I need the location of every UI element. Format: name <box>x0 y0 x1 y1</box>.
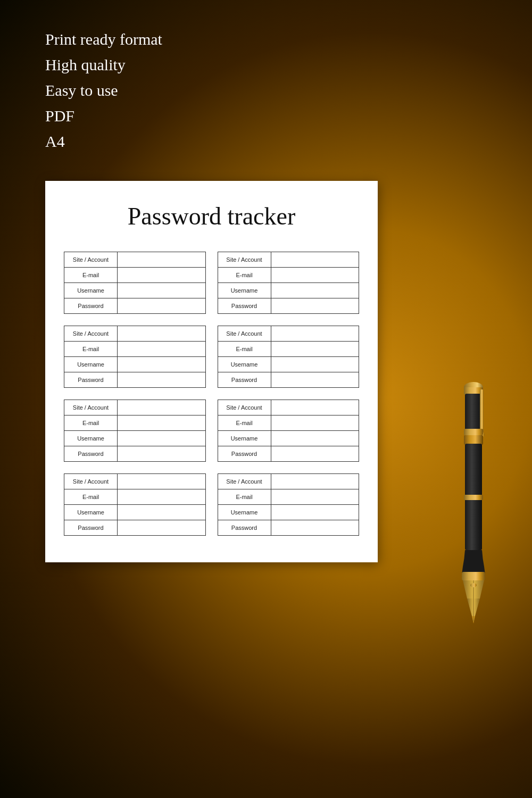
password-card-1: Site / Account E-mail Username Password <box>64 252 206 314</box>
card-row: Username <box>218 505 359 520</box>
card-row: Site / Account <box>218 400 359 415</box>
card-row: Site / Account <box>218 252 359 268</box>
password-card-2: Site / Account E-mail Username Password <box>218 252 360 314</box>
email-label: E-mail <box>64 268 118 282</box>
username-label: Username <box>64 283 118 298</box>
password-label: Password <box>218 298 271 313</box>
card-row: Site / Account <box>64 474 205 489</box>
username-label: Username <box>218 431 271 446</box>
site-account-label: Site / Account <box>64 474 118 489</box>
card-row: Username <box>218 357 359 372</box>
email-label: E-mail <box>218 342 271 356</box>
password-tracker-paper: Password tracker Site / Account E-mail U… <box>45 181 378 562</box>
password-card-6: Site / Account E-mail Username Password <box>218 400 360 462</box>
email-value <box>271 489 359 504</box>
svg-rect-2 <box>465 394 482 431</box>
card-row: Site / Account <box>218 474 359 489</box>
feature-a4: A4 <box>45 129 162 154</box>
email-value <box>271 415 359 430</box>
feature-easy: Easy to use <box>45 78 162 103</box>
card-row: Password <box>218 372 359 387</box>
password-label: Password <box>218 446 271 461</box>
site-account-value <box>118 400 205 415</box>
username-value <box>118 357 205 372</box>
card-row: Password <box>64 372 205 387</box>
email-value <box>271 342 359 356</box>
email-value <box>118 415 205 430</box>
username-value <box>271 357 359 372</box>
password-card-4: Site / Account E-mail Username Password <box>218 326 360 388</box>
password-card-5: Site / Account E-mail Username Password <box>64 400 206 462</box>
feature-quality: High quality <box>45 52 162 78</box>
username-value <box>118 505 205 520</box>
username-value <box>118 283 205 298</box>
password-value <box>118 298 205 313</box>
card-row: E-mail <box>218 489 359 505</box>
card-row: Username <box>64 505 205 520</box>
username-value <box>118 431 205 446</box>
card-row: E-mail <box>64 489 205 505</box>
feature-pdf: PDF <box>45 103 162 129</box>
password-value <box>271 520 359 535</box>
card-row: E-mail <box>64 342 205 357</box>
username-value <box>271 431 359 446</box>
username-value <box>271 283 359 298</box>
email-label: E-mail <box>64 342 118 356</box>
password-label: Password <box>218 372 271 387</box>
site-account-value <box>118 326 205 341</box>
username-label: Username <box>64 357 118 372</box>
email-value <box>271 268 359 282</box>
card-row: E-mail <box>64 415 205 431</box>
password-value <box>271 298 359 313</box>
cards-grid: Site / Account E-mail Username Password … <box>64 252 359 536</box>
password-label: Password <box>64 372 118 387</box>
email-label: E-mail <box>218 489 271 504</box>
pen-svg <box>442 362 505 628</box>
password-label: Password <box>64 446 118 461</box>
site-account-value <box>271 474 359 489</box>
email-value <box>118 342 205 356</box>
svg-rect-8 <box>464 495 483 500</box>
password-value <box>118 446 205 461</box>
card-row: Username <box>218 431 359 446</box>
username-label: Username <box>64 505 118 520</box>
card-row: Username <box>64 357 205 372</box>
site-account-label: Site / Account <box>64 400 118 415</box>
site-account-value <box>118 474 205 489</box>
username-label: Username <box>218 505 271 520</box>
password-card-8: Site / Account E-mail Username Password <box>218 473 360 536</box>
card-row: Password <box>218 520 359 535</box>
email-value <box>118 489 205 504</box>
password-card-7: Site / Account E-mail Username Password <box>64 473 206 536</box>
card-row: Username <box>64 283 205 298</box>
site-account-label: Site / Account <box>218 400 271 415</box>
site-account-label: Site / Account <box>64 252 118 267</box>
card-row: Password <box>218 446 359 461</box>
site-account-value <box>118 252 205 267</box>
site-account-label: Site / Account <box>218 474 271 489</box>
svg-rect-6 <box>464 435 483 445</box>
site-account-value <box>271 252 359 267</box>
card-row: Username <box>64 431 205 446</box>
password-value <box>118 372 205 387</box>
svg-rect-9 <box>462 572 485 580</box>
card-row: Site / Account <box>64 326 205 342</box>
password-label: Password <box>64 298 118 313</box>
card-row: Username <box>218 283 359 298</box>
email-value <box>118 268 205 282</box>
card-row: E-mail <box>64 268 205 283</box>
site-account-label: Site / Account <box>218 252 271 267</box>
svg-rect-5 <box>464 429 483 435</box>
pen-illustration <box>442 362 505 628</box>
feature-print: Print ready format <box>45 27 162 52</box>
paper-title: Password tracker <box>64 202 359 230</box>
password-value <box>271 372 359 387</box>
username-value <box>271 505 359 520</box>
card-row: Password <box>64 298 205 313</box>
svg-rect-3 <box>480 389 484 435</box>
password-label: Password <box>218 520 271 535</box>
email-label: E-mail <box>64 489 118 504</box>
password-card-3: Site / Account E-mail Username Password <box>64 326 206 388</box>
card-row: Site / Account <box>218 326 359 342</box>
email-label: E-mail <box>64 415 118 430</box>
